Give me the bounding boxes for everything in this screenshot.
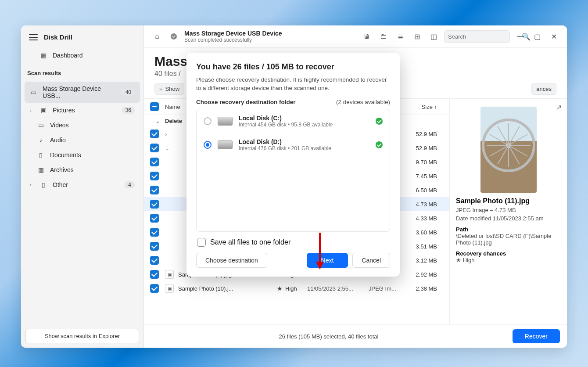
disk-details: Internal 476 GB disk • 201 GB available	[239, 145, 331, 151]
next-button[interactable]: Next	[307, 253, 348, 268]
modal-description: Please choose recovery destination. It i…	[196, 76, 390, 93]
radio-button[interactable]	[204, 141, 212, 149]
destination-list: Local Disk (C:) Internal 454 GB disk • 9…	[196, 109, 390, 232]
save-one-folder-checkbox[interactable]	[197, 238, 206, 247]
cancel-button[interactable]: Cancel	[352, 253, 390, 268]
destination-option[interactable]: Local Disk (C:) Internal 454 GB disk • 9…	[197, 109, 390, 133]
destination-label: Choose recovery destination folder	[196, 99, 296, 105]
recovery-destination-modal: You have 26 files / 105 MB to recover Pl…	[186, 53, 400, 277]
disk-icon	[218, 117, 233, 126]
save-one-folder-label: Save all files to one folder	[210, 238, 290, 246]
status-ok-icon	[376, 141, 383, 148]
disk-details: Internal 454 GB disk • 95.8 GB available	[239, 122, 333, 128]
radio-button[interactable]	[204, 117, 212, 125]
modal-title: You have 26 files / 105 MB to recover	[196, 62, 390, 72]
destination-option[interactable]: Local Disk (D:) Internal 476 GB disk • 2…	[197, 133, 390, 157]
status-ok-icon	[376, 118, 383, 125]
disk-icon	[218, 140, 233, 149]
choose-destination-button[interactable]: Choose destination	[196, 253, 267, 268]
disk-name: Local Disk (D:)	[239, 138, 331, 145]
disk-name: Local Disk (C:)	[239, 115, 333, 122]
devices-available: (2 devices available)	[336, 99, 390, 105]
